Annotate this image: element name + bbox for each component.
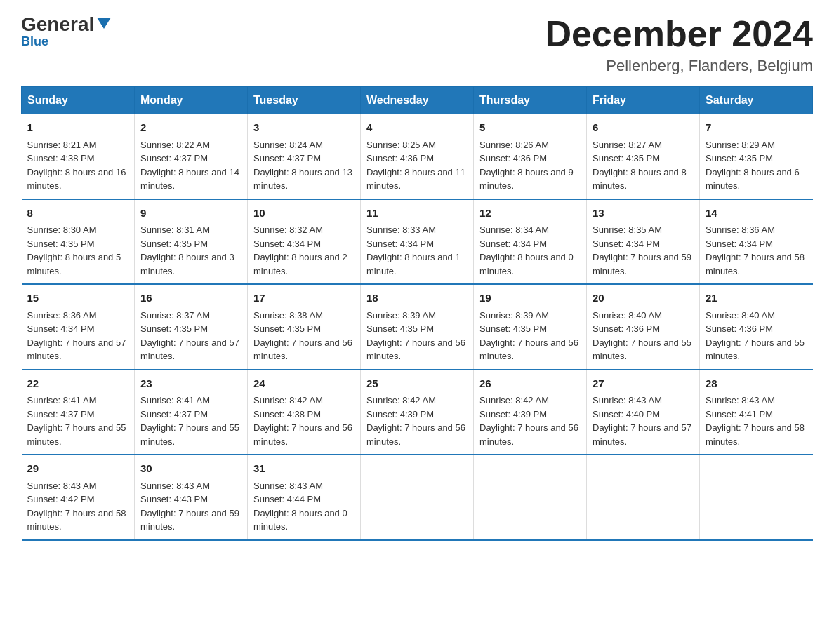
day-number: 20 xyxy=(593,290,694,307)
header-tuesday: Tuesday xyxy=(248,87,361,114)
day-info: Sunrise: 8:36 AMSunset: 4:34 PMDaylight:… xyxy=(706,224,805,276)
day-number: 17 xyxy=(253,290,355,307)
logo-triangle-icon xyxy=(97,18,111,29)
day-info: Sunrise: 8:26 AMSunset: 4:36 PMDaylight:… xyxy=(479,140,574,192)
day-number: 29 xyxy=(27,461,129,477)
day-info: Sunrise: 8:40 AMSunset: 4:36 PMDaylight:… xyxy=(706,310,805,362)
week-row-5: 29 Sunrise: 8:43 AMSunset: 4:42 PMDaylig… xyxy=(22,455,813,540)
day-info: Sunrise: 8:29 AMSunset: 4:35 PMDaylight:… xyxy=(706,140,800,192)
calendar-header: SundayMondayTuesdayWednesdayThursdayFrid… xyxy=(22,87,813,114)
day-info: Sunrise: 8:38 AMSunset: 4:35 PMDaylight:… xyxy=(253,310,352,362)
day-cell xyxy=(587,455,700,540)
day-cell: 11 Sunrise: 8:33 AMSunset: 4:34 PMDaylig… xyxy=(361,199,474,285)
day-info: Sunrise: 8:43 AMSunset: 4:40 PMDaylight:… xyxy=(593,395,691,447)
day-number: 6 xyxy=(593,120,694,136)
day-cell: 25 Sunrise: 8:42 AMSunset: 4:39 PMDaylig… xyxy=(361,370,474,455)
day-info: Sunrise: 8:31 AMSunset: 4:35 PMDaylight:… xyxy=(140,224,234,276)
day-info: Sunrise: 8:25 AMSunset: 4:36 PMDaylight:… xyxy=(366,140,465,192)
day-number: 27 xyxy=(593,376,694,392)
day-number: 12 xyxy=(479,206,581,222)
week-row-2: 8 Sunrise: 8:30 AMSunset: 4:35 PMDayligh… xyxy=(22,199,813,285)
day-cell xyxy=(700,455,813,540)
day-cell: 29 Sunrise: 8:43 AMSunset: 4:42 PMDaylig… xyxy=(22,455,135,540)
day-info: Sunrise: 8:42 AMSunset: 4:39 PMDaylight:… xyxy=(479,395,578,447)
day-cell: 3 Sunrise: 8:24 AMSunset: 4:37 PMDayligh… xyxy=(248,114,361,199)
day-info: Sunrise: 8:43 AMSunset: 4:41 PMDaylight:… xyxy=(706,395,805,447)
day-cell: 7 Sunrise: 8:29 AMSunset: 4:35 PMDayligh… xyxy=(700,114,813,199)
day-cell: 12 Sunrise: 8:34 AMSunset: 4:34 PMDaylig… xyxy=(474,199,587,285)
day-number: 8 xyxy=(27,206,129,222)
week-row-1: 1 Sunrise: 8:21 AMSunset: 4:38 PMDayligh… xyxy=(22,114,813,199)
day-cell: 31 Sunrise: 8:43 AMSunset: 4:44 PMDaylig… xyxy=(248,455,361,540)
day-number: 22 xyxy=(27,376,129,392)
day-cell: 13 Sunrise: 8:35 AMSunset: 4:34 PMDaylig… xyxy=(587,199,700,285)
header-friday: Friday xyxy=(587,87,700,114)
day-number: 13 xyxy=(593,206,694,222)
day-number: 16 xyxy=(140,290,241,307)
day-number: 7 xyxy=(706,120,807,136)
day-number: 28 xyxy=(706,376,807,392)
header-row: SundayMondayTuesdayWednesdayThursdayFrid… xyxy=(22,87,813,114)
day-number: 10 xyxy=(253,206,355,222)
day-cell: 24 Sunrise: 8:42 AMSunset: 4:38 PMDaylig… xyxy=(248,370,361,455)
day-number: 26 xyxy=(479,376,581,392)
day-info: Sunrise: 8:27 AMSunset: 4:35 PMDaylight:… xyxy=(593,140,687,192)
day-number: 1 xyxy=(27,120,129,136)
day-cell: 26 Sunrise: 8:42 AMSunset: 4:39 PMDaylig… xyxy=(474,370,587,455)
location-title: Pellenberg, Flanders, Belgium xyxy=(545,57,813,75)
day-info: Sunrise: 8:42 AMSunset: 4:39 PMDaylight:… xyxy=(366,395,465,447)
day-info: Sunrise: 8:43 AMSunset: 4:44 PMDaylight:… xyxy=(253,481,348,532)
day-number: 2 xyxy=(140,120,241,136)
day-info: Sunrise: 8:33 AMSunset: 4:34 PMDaylight:… xyxy=(366,224,461,276)
day-cell: 5 Sunrise: 8:26 AMSunset: 4:36 PMDayligh… xyxy=(474,114,587,199)
day-cell: 28 Sunrise: 8:43 AMSunset: 4:41 PMDaylig… xyxy=(700,370,813,455)
day-cell: 23 Sunrise: 8:41 AMSunset: 4:37 PMDaylig… xyxy=(135,370,248,455)
day-cell: 15 Sunrise: 8:36 AMSunset: 4:34 PMDaylig… xyxy=(22,284,135,370)
week-row-4: 22 Sunrise: 8:41 AMSunset: 4:37 PMDaylig… xyxy=(22,370,813,455)
day-cell: 4 Sunrise: 8:25 AMSunset: 4:36 PMDayligh… xyxy=(361,114,474,199)
logo-general: General xyxy=(21,14,111,36)
day-number: 19 xyxy=(479,290,581,307)
week-row-3: 15 Sunrise: 8:36 AMSunset: 4:34 PMDaylig… xyxy=(22,284,813,370)
day-cell: 14 Sunrise: 8:36 AMSunset: 4:34 PMDaylig… xyxy=(700,199,813,285)
day-info: Sunrise: 8:35 AMSunset: 4:34 PMDaylight:… xyxy=(593,224,691,276)
day-info: Sunrise: 8:37 AMSunset: 4:35 PMDaylight:… xyxy=(140,310,239,362)
day-info: Sunrise: 8:39 AMSunset: 4:35 PMDaylight:… xyxy=(479,310,578,362)
day-info: Sunrise: 8:34 AMSunset: 4:34 PMDaylight:… xyxy=(479,224,574,276)
day-cell: 17 Sunrise: 8:38 AMSunset: 4:35 PMDaylig… xyxy=(248,284,361,370)
calendar-body: 1 Sunrise: 8:21 AMSunset: 4:38 PMDayligh… xyxy=(22,114,813,540)
day-info: Sunrise: 8:43 AMSunset: 4:43 PMDaylight:… xyxy=(140,481,239,532)
day-info: Sunrise: 8:30 AMSunset: 4:35 PMDaylight:… xyxy=(27,224,121,276)
day-number: 11 xyxy=(366,206,468,222)
day-cell: 20 Sunrise: 8:40 AMSunset: 4:36 PMDaylig… xyxy=(587,284,700,370)
logo-blue: Blue xyxy=(21,34,48,49)
day-number: 25 xyxy=(366,376,468,392)
day-info: Sunrise: 8:32 AMSunset: 4:34 PMDaylight:… xyxy=(253,224,348,276)
calendar-table: SundayMondayTuesdayWednesdayThursdayFrid… xyxy=(21,86,813,541)
day-cell: 6 Sunrise: 8:27 AMSunset: 4:35 PMDayligh… xyxy=(587,114,700,199)
day-info: Sunrise: 8:24 AMSunset: 4:37 PMDaylight:… xyxy=(253,140,352,192)
logo-area: General Blue xyxy=(21,14,111,49)
day-cell: 19 Sunrise: 8:39 AMSunset: 4:35 PMDaylig… xyxy=(474,284,587,370)
day-info: Sunrise: 8:39 AMSunset: 4:35 PMDaylight:… xyxy=(366,310,465,362)
day-number: 18 xyxy=(366,290,468,307)
day-cell xyxy=(474,455,587,540)
day-info: Sunrise: 8:21 AMSunset: 4:38 PMDaylight:… xyxy=(27,140,126,192)
header-saturday: Saturday xyxy=(700,87,813,114)
day-cell: 30 Sunrise: 8:43 AMSunset: 4:43 PMDaylig… xyxy=(135,455,248,540)
day-number: 14 xyxy=(706,206,807,222)
day-number: 24 xyxy=(253,376,355,392)
day-cell: 16 Sunrise: 8:37 AMSunset: 4:35 PMDaylig… xyxy=(135,284,248,370)
day-cell: 18 Sunrise: 8:39 AMSunset: 4:35 PMDaylig… xyxy=(361,284,474,370)
day-number: 15 xyxy=(27,290,129,307)
day-cell xyxy=(361,455,474,540)
day-info: Sunrise: 8:41 AMSunset: 4:37 PMDaylight:… xyxy=(140,395,239,447)
header-sunday: Sunday xyxy=(22,87,135,114)
day-info: Sunrise: 8:40 AMSunset: 4:36 PMDaylight:… xyxy=(593,310,691,362)
day-info: Sunrise: 8:43 AMSunset: 4:42 PMDaylight:… xyxy=(27,481,126,532)
day-number: 3 xyxy=(253,120,355,136)
day-cell: 2 Sunrise: 8:22 AMSunset: 4:37 PMDayligh… xyxy=(135,114,248,199)
day-cell: 10 Sunrise: 8:32 AMSunset: 4:34 PMDaylig… xyxy=(248,199,361,285)
day-cell: 27 Sunrise: 8:43 AMSunset: 4:40 PMDaylig… xyxy=(587,370,700,455)
header-wednesday: Wednesday xyxy=(361,87,474,114)
